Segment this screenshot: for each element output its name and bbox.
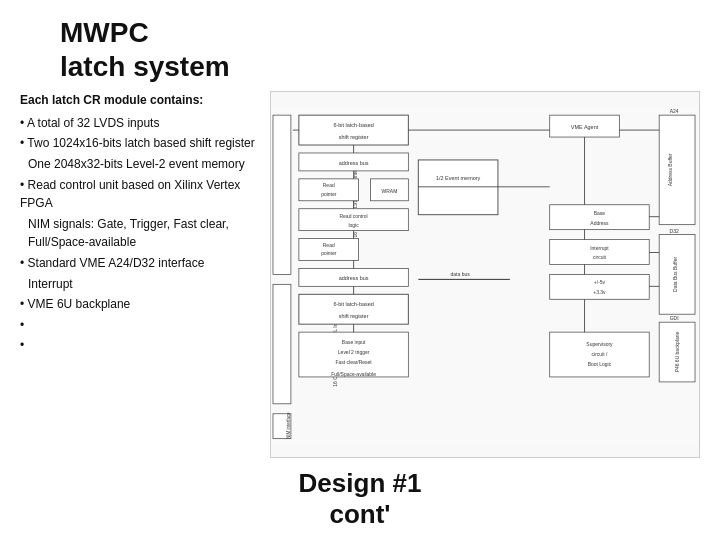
svg-rect-39 [659,115,695,224]
svg-text:Read control: Read control [340,214,368,219]
svg-text:Read: Read [323,243,335,248]
svg-rect-7 [299,115,408,145]
svg-text:pointer: pointer [321,252,337,257]
svg-text:Boot Logic: Boot Logic [588,362,612,367]
svg-text:address bus: address bus [339,160,369,166]
svg-text:+3.3v: +3.3v [593,291,606,296]
description-heading: Each latch CR module contains: [20,91,260,110]
svg-text:Level 2 trigger: Level 2 trigger [338,350,370,355]
svg-text:pointer: pointer [321,192,337,197]
circuit-diagram: 16 Channels LVDS/LVTTL Interface #1 16 C… [270,91,700,458]
svg-rect-17 [418,160,498,215]
svg-text:Address Buffer: Address Buffer [668,153,673,186]
svg-text:Full/Space-available: Full/Space-available [331,372,376,377]
list-item: • VME 6U backplane [20,295,260,314]
list-item: • [20,316,260,335]
svg-text:logic: logic [348,223,359,228]
svg-text:P46 6U backplane: P46 6U backplane [675,332,680,373]
svg-text:circuit: circuit [593,256,607,261]
svg-text:shift register: shift register [339,134,369,140]
list-item: • Standard VME A24/D32 interface [20,254,260,273]
svg-text:Read: Read [323,183,335,188]
svg-rect-27 [299,295,408,325]
svg-text:1/2 Event memory: 1/2 Event memory [436,175,481,181]
svg-text:address bus: address bus [339,276,369,282]
svg-text:D32: D32 [670,229,679,234]
list-item: NIM signals: Gate, Trigger, Fast clear, … [20,215,260,252]
page: MWPC latch system Each latch CR module c… [0,0,720,540]
list-item: • A total of 32 LVDS inputs [20,114,260,133]
content-row: Each latch CR module contains: • A total… [20,91,700,458]
svg-rect-1 [273,115,291,274]
svg-text:shift register: shift register [339,313,369,319]
list-item: • Two 1024x16-bits latch based shift reg… [20,134,260,153]
description-panel: Each latch CR module contains: • A total… [20,91,260,458]
svg-text:GDI: GDI [670,316,679,321]
svg-text:Data Bus Buffer: Data Bus Buffer [673,257,678,292]
list-item: One 2048x32-bits Level-2 event memory [20,155,260,174]
svg-text:WRAM: WRAM [382,189,398,194]
svg-text:circuit /: circuit / [592,352,608,357]
svg-text:data bus: data bus [451,273,471,278]
diagram-svg: 16 Channels LVDS/LVTTL Interface #1 16 C… [271,92,699,457]
svg-text:6-bit latch-based: 6-bit latch-based [333,122,373,128]
bullet-list: • A total of 32 LVDS inputs • Two 1024x1… [20,114,260,355]
svg-text:Address: Address [590,221,609,226]
svg-rect-48 [550,275,650,300]
footer-text: Design #1 cont' [20,468,700,530]
svg-text:+/-5v: +/-5v [594,281,606,286]
title-area: MWPC latch system [20,16,700,83]
svg-text:NIM interface: NIM interface [286,412,291,439]
svg-text:Supervisory: Supervisory [586,342,613,347]
svg-text:VME Agent: VME Agent [571,124,599,130]
list-item: • Read control unit based on Xilinx Vert… [20,176,260,213]
list-item: • [20,336,260,355]
svg-rect-42 [550,205,650,230]
svg-rect-45 [550,240,650,265]
svg-text:Interrupt: Interrupt [590,246,609,251]
svg-text:Base: Base [594,211,606,216]
svg-rect-3 [273,285,291,404]
page-title: MWPC latch system [60,16,700,83]
svg-text:Fast clear/Reset: Fast clear/Reset [336,360,373,365]
list-item: Interrupt [20,275,260,294]
svg-text:6-bit latch-based: 6-bit latch-based [333,301,373,307]
svg-text:A24: A24 [670,109,679,114]
svg-text:Base input: Base input [342,340,366,345]
